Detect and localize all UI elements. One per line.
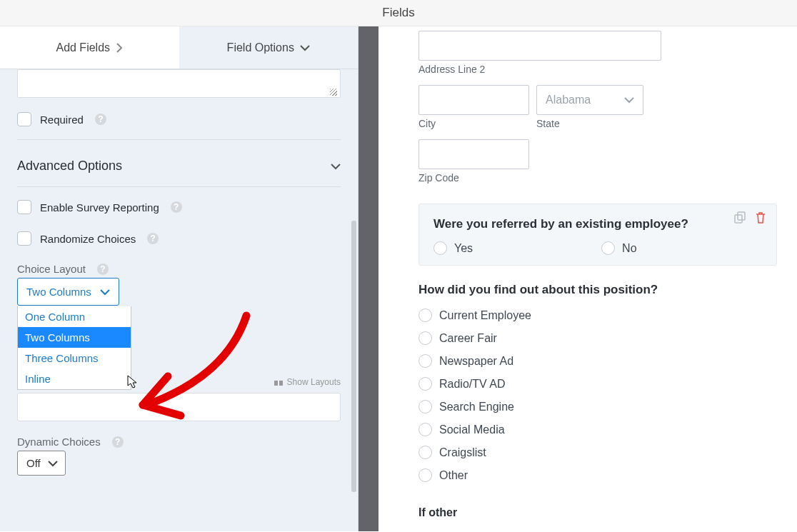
radio-dot [418,400,432,413]
question-position-source: How did you find out about this position… [418,283,777,482]
radio-dot [418,377,432,391]
divider [17,186,341,187]
if-other-label: If other [418,506,777,519]
state-select[interactable]: Alabama [536,85,643,115]
layout-preview-box [17,393,341,421]
choice-layout-label: Choice Layout [17,263,86,275]
radio-yes-label: Yes [454,242,473,255]
tab-field-options-label: Field Options [227,41,294,54]
radio-dot [418,446,432,459]
help-icon[interactable]: ? [112,436,124,448]
tab-field-options[interactable]: Field Options [179,26,359,69]
radio-dot [418,308,432,322]
radio-option-7[interactable]: Other [418,468,777,482]
textarea-field[interactable] [17,69,341,98]
radio-dot [418,468,432,482]
address-line-2-label: Address Line 2 [418,61,661,85]
randomize-label: Randomize Choices [40,233,136,245]
enable-survey-label: Enable Survey Reporting [40,201,159,214]
radio-option-1[interactable]: Career Fair [418,331,777,345]
help-icon[interactable]: ? [171,201,182,213]
zip-code-label: Zip Code [418,169,529,194]
choice-layout-option-one-column[interactable]: One Column [18,306,131,327]
help-icon[interactable]: ? [147,233,159,244]
page-title: Fields [0,0,797,26]
radio-option-5[interactable]: Social Media [418,423,777,436]
radio-no-label: No [622,242,636,255]
advanced-options-label: Advanced Options [17,159,122,174]
radio-option-6[interactable]: Craigslist [418,446,777,459]
svg-rect-0 [735,215,742,223]
radio-option-label: Current Employee [439,309,531,322]
chevron-down-icon [624,96,634,104]
choice-layout-option-two-columns[interactable]: Two Columns [18,327,131,348]
choice-layout-option-three-columns[interactable]: Three Columns [18,348,131,368]
show-layouts-label: Show Layouts [287,377,341,387]
advanced-options-toggle[interactable]: Advanced Options [17,144,341,182]
tab-add-fields[interactable]: Add Fields [0,26,179,69]
radio-option-3[interactable]: Radio/TV AD [418,377,777,391]
scrollbar[interactable] [348,26,358,531]
chevron-down-icon [300,44,310,51]
zip-code-input[interactable] [418,139,529,169]
radio-dot [418,354,432,368]
choice-layout-value: Two Columns [26,286,91,298]
radio-yes[interactable]: Yes [433,241,473,255]
state-label: State [536,115,643,139]
radio-option-label: Craigslist [439,446,486,459]
question-referred-title: Were you referred by an existing employe… [433,217,762,231]
duplicate-icon[interactable] [733,211,746,224]
help-icon[interactable]: ? [95,114,106,125]
panel-divider [359,26,398,531]
dynamic-choices-value: Off [26,457,41,469]
enable-survey-checkbox[interactable] [17,200,31,214]
dynamic-choices-label: Dynamic Choices [17,436,101,448]
cursor-icon [127,375,139,389]
help-icon[interactable]: ? [97,264,109,275]
divider [17,139,341,140]
state-value: Alabama [546,94,591,106]
radio-option-label: Career Fair [439,332,497,345]
chevron-right-icon [116,43,123,53]
chevron-down-icon [100,288,110,296]
randomize-checkbox[interactable] [17,231,31,246]
trash-icon[interactable] [755,211,766,224]
radio-no[interactable]: No [601,241,636,255]
radio-option-label: Search Engine [439,401,514,413]
required-checkbox[interactable] [17,112,31,126]
choice-layout-dropdown: One Column Two Columns Three Columns Inl… [17,306,131,390]
radio-option-label: Newspaper Ad [439,355,513,368]
chevron-down-icon [48,460,58,467]
radio-dot [418,423,432,436]
choice-layout-option-inline[interactable]: Inline [18,368,131,389]
dynamic-choices-select[interactable]: Off [17,451,66,476]
choice-layout-select[interactable]: Two Columns [17,278,119,306]
tab-add-fields-label: Add Fields [56,41,110,54]
radio-option-label: Radio/TV AD [439,378,505,391]
svg-rect-1 [738,212,745,220]
radio-option-label: Social Media [439,423,505,436]
form-preview: Address Line 2 Alabama City State Zip Co… [398,26,797,531]
address-line-2-input[interactable] [418,31,661,61]
radio-option-2[interactable]: Newspaper Ad [418,354,777,368]
required-label: Required [40,114,84,126]
grid-icon [274,378,283,386]
radio-option-label: Other [439,469,468,482]
chevron-down-icon [331,163,341,170]
radio-option-0[interactable]: Current Employee [418,308,777,322]
question-referred-card[interactable]: Were you referred by an existing employe… [418,204,777,266]
sidebar: Add Fields Field Options Required ? Adva… [0,26,359,531]
city-input[interactable] [418,85,529,115]
question-position-title: How did you find out about this position… [418,283,777,297]
radio-option-4[interactable]: Search Engine [418,400,777,413]
city-label: City [418,115,529,139]
radio-dot [418,331,432,345]
